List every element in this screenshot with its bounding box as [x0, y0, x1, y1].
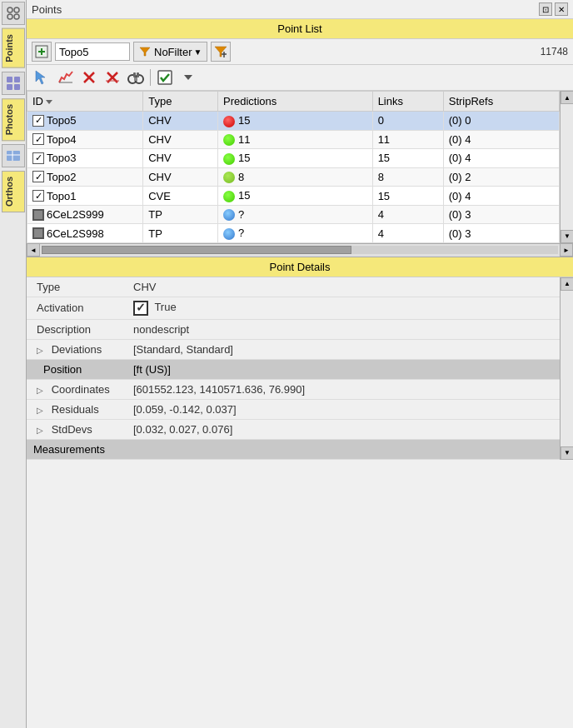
- cell-striprefs: (0) 4: [443, 130, 559, 149]
- svg-rect-27: [134, 77, 137, 81]
- scroll-left-button[interactable]: ◄: [27, 243, 40, 257]
- details-type-value: CHV: [127, 277, 560, 297]
- prediction-value: ?: [238, 208, 244, 221]
- horizontal-scrollbar[interactable]: ◄ ►: [27, 243, 573, 257]
- cell-links: 15: [372, 187, 443, 206]
- toolbar-separator: [150, 69, 151, 86]
- details-scroll-track[interactable]: [561, 291, 573, 446]
- scroll-track[interactable]: [561, 104, 573, 230]
- point-details-header: Point Details: [27, 257, 573, 277]
- delete2-button[interactable]: [102, 67, 123, 88]
- table-row[interactable]: ✓Topo4CHV1111(0) 4: [27, 130, 560, 149]
- table-row[interactable]: ✓Topo2CHV88(0) 2: [27, 167, 560, 187]
- table-row[interactable]: ✓Topo3CHV1515(0) 4: [27, 149, 560, 168]
- filter-toolbar: NoFilter ▼ 11748: [27, 39, 573, 65]
- row-checkbox[interactable]: ✓: [32, 190, 44, 202]
- details-scrollbar[interactable]: ▲ ▼: [560, 277, 573, 460]
- table-row[interactable]: 6CeL2S998TP?4(0) 3: [27, 224, 560, 243]
- row-checkbox[interactable]: ✓: [32, 152, 44, 164]
- sidebar: Points Photos Orthos: [0, 0, 27, 728]
- row-checkbox[interactable]: ✓: [32, 115, 44, 127]
- details-deviations-row: ▷ Deviations [Standard, Standard]: [27, 339, 560, 359]
- point-details-panel: Point Details Type CHV Activation: [27, 257, 573, 460]
- details-type-row: Type CHV: [27, 277, 560, 297]
- check-button[interactable]: [154, 67, 176, 88]
- scroll-up-button[interactable]: ▲: [561, 91, 573, 104]
- sidebar-tab-orthos[interactable]: Orthos: [2, 171, 25, 212]
- title-bar: Points ⊡ ✕: [27, 0, 573, 19]
- cell-links: 4: [372, 205, 443, 224]
- prediction-value: 15: [238, 189, 250, 202]
- h-scroll-track[interactable]: [42, 246, 558, 254]
- cell-type: TP: [143, 224, 218, 243]
- cell-type: CHV: [143, 167, 218, 187]
- row-square-checkbox[interactable]: [32, 209, 44, 221]
- activation-text: True: [154, 301, 176, 313]
- details-coordinates-label: ▷ Coordinates: [27, 379, 127, 399]
- details-coordinates-value: [601552.123, 1410571.636, 76.990]: [127, 379, 560, 399]
- vertical-scrollbar[interactable]: ▲ ▼: [560, 91, 573, 243]
- filter-type-button[interactable]: NoFilter ▼: [133, 42, 207, 62]
- dropdown-button[interactable]: [177, 67, 199, 88]
- details-content: Type CHV Activation True: [27, 277, 573, 460]
- cell-type: TP: [143, 205, 218, 224]
- sidebar-icon-map[interactable]: [2, 144, 25, 167]
- sidebar-top-icon[interactable]: [2, 2, 25, 25]
- details-type-label: Type: [27, 277, 127, 297]
- svg-rect-29: [137, 72, 139, 77]
- measurements-section-row: Measurements: [27, 439, 560, 459]
- restore-button[interactable]: ⊡: [539, 2, 552, 16]
- cell-predictions: 15: [217, 112, 372, 131]
- window-title: Points: [32, 3, 62, 16]
- coordinates-expand-icon[interactable]: ▷: [37, 386, 47, 395]
- table-scroll-area: ID Type Predictions Links StripRefs ✓Top…: [27, 91, 560, 243]
- add-point-button[interactable]: [32, 42, 52, 62]
- prediction-dot: [223, 228, 235, 240]
- cell-links: 0: [372, 112, 443, 131]
- scroll-right-button[interactable]: ►: [560, 243, 573, 257]
- prediction-value: 11: [238, 133, 250, 146]
- filter-name-input[interactable]: [55, 42, 130, 61]
- prediction-dot: [223, 134, 235, 146]
- points-table: ID Type Predictions Links StripRefs ✓Top…: [27, 91, 560, 243]
- delete-button[interactable]: [78, 67, 100, 88]
- prediction-value: 15: [238, 114, 250, 127]
- position-section-row: Position [ft (US)]: [27, 359, 560, 379]
- table-row[interactable]: 6CeL2S999TP?4(0) 3: [27, 205, 560, 224]
- cell-striprefs: (0) 3: [443, 224, 559, 243]
- details-scroll-up[interactable]: ▲: [561, 277, 573, 291]
- sidebar-tab-photos[interactable]: Photos: [2, 98, 25, 141]
- cell-links: 15: [372, 149, 443, 168]
- chart-button[interactable]: [55, 67, 77, 88]
- cell-predictions: 11: [217, 130, 372, 149]
- stddevs-expand-icon[interactable]: ▷: [37, 426, 47, 435]
- filter-options-button[interactable]: [211, 42, 231, 62]
- col-header-id: ID: [27, 92, 143, 112]
- table-row[interactable]: ✓Topo1CVE1515(0) 4: [27, 187, 560, 206]
- sidebar-tab-points[interactable]: Points: [2, 28, 25, 68]
- row-checkbox[interactable]: ✓: [32, 171, 44, 182]
- svg-marker-15: [215, 47, 227, 57]
- binoculars-button[interactable]: [125, 67, 147, 88]
- table-row[interactable]: ✓Topo5CHV150(0) 0: [27, 112, 560, 131]
- activation-checkbox[interactable]: [133, 301, 148, 316]
- details-scroll-down[interactable]: ▼: [561, 446, 573, 460]
- col-header-links: Links: [372, 92, 443, 112]
- deviations-expand-icon[interactable]: ▷: [37, 346, 47, 355]
- arrow-tool-button[interactable]: [32, 67, 53, 88]
- row-checkbox[interactable]: ✓: [32, 133, 44, 145]
- cell-striprefs: (0) 2: [443, 167, 559, 187]
- details-table-area: Type CHV Activation True: [27, 277, 560, 460]
- svg-rect-8: [7, 151, 20, 161]
- close-button[interactable]: ✕: [555, 2, 568, 16]
- h-scroll-thumb[interactable]: [42, 246, 351, 254]
- cell-id: 6CeL2S999: [27, 205, 143, 224]
- row-square-checkbox[interactable]: [32, 227, 44, 239]
- residuals-expand-icon[interactable]: ▷: [37, 406, 47, 415]
- scroll-down-button[interactable]: ▼: [561, 230, 573, 243]
- sidebar-icon-grid[interactable]: [2, 72, 25, 95]
- col-header-predictions: Predictions: [217, 92, 372, 112]
- details-residuals-row: ▷ Residuals [0.059, -0.142, 0.037]: [27, 399, 560, 419]
- svg-rect-5: [14, 77, 20, 82]
- filter-dropdown-arrow: ▼: [194, 47, 202, 57]
